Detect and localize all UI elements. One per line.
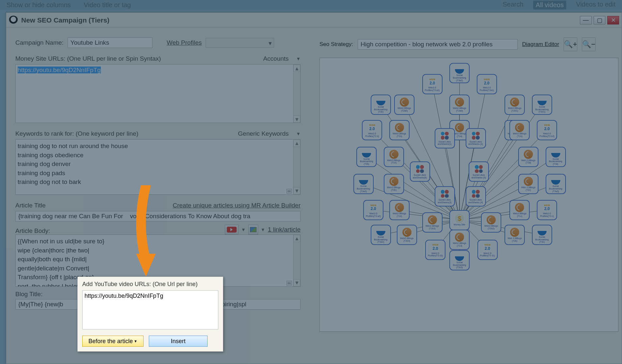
list-icon xyxy=(287,189,292,193)
accounts-dropdown[interactable]: Accounts xyxy=(263,55,288,62)
web-profiles-dropdown[interactable] xyxy=(206,38,274,48)
app-icon xyxy=(9,16,18,25)
scrollbar[interactable]: ▴▾ xyxy=(293,65,300,123)
titlebar: New SEO Campaign (Tiers) — ▢ ✕ xyxy=(6,13,622,28)
diagram-node[interactable]: Web2.0Blogs (T2b2) xyxy=(481,212,501,233)
diagram-node[interactable]: Social Bookmarking (T3c3) xyxy=(449,250,470,270)
youtube-icon xyxy=(227,227,237,233)
keywords-textarea[interactable]: training dog to not run around the house… xyxy=(15,139,301,195)
diagram-node[interactable]: Social Likes andShares(6) xyxy=(410,161,430,182)
selected-url: https://youtu.be/9qD2NnIFpTg xyxy=(18,67,101,73)
diagram-node[interactable]: WEB2.0Web2.0 Profiles(T3 a2) xyxy=(363,200,383,220)
diagram-node[interactable]: Web2.0Blogs (T1b) xyxy=(389,120,410,140)
diagram-node[interactable]: Social Bookmarking (T3b1) xyxy=(532,95,552,115)
popup-label: Add YouTube video URLs: (One Url per lin… xyxy=(82,281,218,288)
diagram-node[interactable]: Web2.0Blogs (T1e) xyxy=(389,200,410,220)
maximize-button[interactable]: ▢ xyxy=(594,16,605,24)
money-site-urls-textarea[interactable]: https://youtu.be/9qD2NnIFpTg ▴▾ xyxy=(15,64,301,123)
scrollbar[interactable]: ▴▾ xyxy=(293,140,300,194)
diagram-node[interactable]: Web2.0Blogs (T1c) xyxy=(509,200,530,220)
diagram-editor-link[interactable]: Diagram Editor xyxy=(522,41,559,48)
diagram-node[interactable]: Web2.0Blogs (T2b1) xyxy=(505,95,525,115)
diagram-node[interactable]: Web 2.0Blogs (T2b) xyxy=(505,225,525,245)
youtube-url-popup: Add YouTube video URLs: (One Url per lin… xyxy=(77,277,223,352)
minimize-button[interactable]: — xyxy=(580,16,592,24)
diagram-node[interactable]: WEB2.0Web2.0 Profiles(T3 a1) xyxy=(422,74,443,94)
strategy-diagram[interactable]: Money SiteSocial Bookmarking (T3a2)WEB2.… xyxy=(319,58,618,332)
create-articles-link[interactable]: Create unique articles using MR Article … xyxy=(173,202,301,209)
diagram-node[interactable]: Web 2.0Blogs (T2a) xyxy=(518,147,538,167)
diagram-node[interactable]: WEB2.0Web2.0 Profiles(T3 c) xyxy=(537,200,557,220)
diagram-node[interactable]: Social Bookmarking (T3a2) xyxy=(449,63,470,83)
diagram-node[interactable]: Social Likes andShares (5) xyxy=(469,161,489,182)
generic-keywords-dropdown[interactable]: Generic Keywords xyxy=(238,130,288,137)
youtube-urls-textarea[interactable] xyxy=(82,290,218,329)
chevron-down-icon[interactable]: ▼ xyxy=(296,131,301,136)
diagram-node[interactable]: Web2.0Blogs (T2a5) xyxy=(394,95,414,115)
diagram-node[interactable]: Web2.0Blogs (T2b4) xyxy=(397,225,417,245)
right-panel: Seo Strategy: Diagram Editor 🔍+ 🔍− Money… xyxy=(310,28,622,364)
web-profiles-link[interactable]: Web Profiles xyxy=(167,39,202,46)
article-title-label: Article Title xyxy=(15,202,46,209)
diagram-node[interactable]: Web2.0Blogs (T1d) xyxy=(449,230,470,250)
scrollbar[interactable]: ▴▾ xyxy=(293,235,300,286)
diagram-node[interactable]: WEB2.0Web2.0 Profiles(T3 b2) xyxy=(537,120,557,140)
diagram-node[interactable]: Social Bookmarking (T3a1) xyxy=(371,225,391,245)
youtube-button[interactable] xyxy=(225,225,239,235)
list-icon xyxy=(287,281,292,285)
article-title-input[interactable] xyxy=(15,211,301,221)
zoom-out-button[interactable]: 🔍− xyxy=(582,38,596,51)
background-toolbar: Show or hide columns Video title or tag … xyxy=(0,0,622,10)
diagram-node[interactable]: Web2.0Blogs (T2b) xyxy=(384,174,404,194)
chevron-down-icon[interactable]: ▼ xyxy=(296,56,301,61)
bg-search: Search xyxy=(503,1,523,9)
insert-button[interactable]: Insert xyxy=(149,336,208,347)
diagram-node[interactable]: Social Likes andShares (2) xyxy=(466,128,486,148)
show-hide-columns: Show or hide columns xyxy=(7,1,71,9)
bg-videos-edit: Videos to edit xyxy=(576,1,615,9)
diagram-node[interactable]: Social Likes andShares(1) xyxy=(435,128,455,148)
keywords-label: Keywords to rank for: (One keyword per l… xyxy=(15,130,138,137)
image-icon xyxy=(250,227,257,232)
campaign-name-input[interactable] xyxy=(68,38,152,48)
campaign-name-label: Campaign Name: xyxy=(15,39,64,46)
position-dropdown[interactable]: Before the article▼ xyxy=(82,336,144,347)
links-per-article[interactable]: 1 link/article xyxy=(268,226,301,233)
article-body-label: Article Body: xyxy=(15,227,50,235)
diagram-node[interactable]: WEB2.0Web2.0 Profiles(T3 d3) xyxy=(425,240,445,260)
diagram-node[interactable]: Social Bookmarking (T3a) xyxy=(546,147,566,167)
diagram-node[interactable]: Social Bookmarking (T3b) xyxy=(356,147,377,167)
seo-strategy-input[interactable] xyxy=(358,39,518,50)
diagram-node[interactable]: Social Bookmarking (T2a2) xyxy=(353,174,374,194)
image-button[interactable] xyxy=(248,225,258,235)
diagram-node[interactable]: Money Site xyxy=(449,210,470,230)
chevron-down-icon: ▼ xyxy=(134,339,137,343)
seo-strategy-label: Seo Strategy: xyxy=(319,41,353,48)
diagram-node[interactable]: Web2.0Blogs (T1d) xyxy=(384,147,404,167)
diagram-node[interactable]: Social Likes andShares(3) xyxy=(435,186,455,206)
diagram-node[interactable]: WEB2.0Web2.0 Profiles(T3 b) xyxy=(362,120,382,140)
svg-line-32 xyxy=(381,220,459,235)
diagram-node[interactable]: WEB2.0Web2.0 Profiles(T3 d1) xyxy=(477,240,498,260)
video-title-hint: Video title or tag xyxy=(84,1,131,9)
close-button[interactable]: ✕ xyxy=(607,16,619,24)
diagram-node[interactable]: Social Bookmarking (T3b) xyxy=(371,95,391,115)
diagram-node[interactable]: Web2.0Blogs (T2a6) xyxy=(449,95,470,115)
diagram-node[interactable]: Social Bookmarking (T2a3) xyxy=(546,174,566,194)
diagram-node[interactable]: Web2.0Blogs (T2b3) xyxy=(422,212,443,233)
chevron-down-icon[interactable]: ▼ xyxy=(261,227,265,232)
diagram-node[interactable]: Social Bookmarking (T3c) xyxy=(532,225,552,245)
window-title: New SEO Campaign (Tiers) xyxy=(21,16,109,24)
diagram-node[interactable]: Social Likes andShares (4) xyxy=(466,186,486,206)
money-urls-label: Money Site URLs: (One URL per line or Sp… xyxy=(15,55,161,62)
chevron-down-icon[interactable]: ▼ xyxy=(241,227,246,232)
zoom-in-button[interactable]: 🔍+ xyxy=(564,38,577,51)
diagram-node[interactable]: WEB2.0Web2.0 Profiles(T2a1) xyxy=(477,74,497,94)
bg-all-videos: All videos xyxy=(533,1,567,9)
diagram-node[interactable]: Web2.0Blogs (T1b) xyxy=(509,120,530,140)
diagram-node[interactable]: Web 2.0Blogs (T2c) xyxy=(518,174,538,194)
